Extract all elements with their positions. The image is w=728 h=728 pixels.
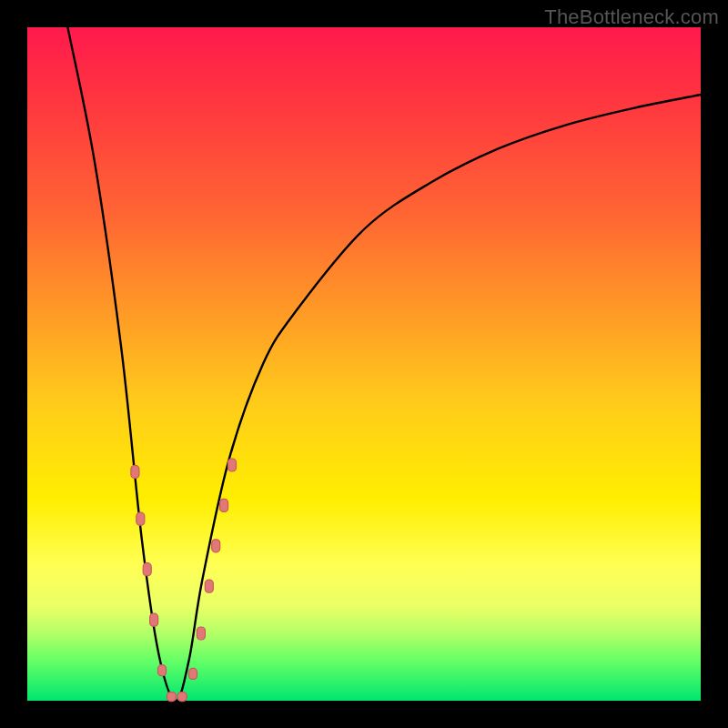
chart-frame: TheBottleneck.com	[0, 0, 728, 728]
chart-svg	[27, 27, 701, 701]
data-marker-1	[136, 512, 145, 525]
data-marker-3	[150, 613, 158, 626]
data-marker-0	[131, 465, 139, 478]
data-marker-12	[228, 459, 236, 471]
data-marker-11	[220, 499, 228, 511]
data-marker-4	[158, 665, 167, 676]
plot-area	[27, 27, 701, 701]
watermark-text: TheBottleneck.com	[544, 5, 719, 29]
data-marker-6	[177, 693, 187, 702]
bottleneck-curve	[67, 27, 701, 701]
data-marker-7	[189, 668, 197, 679]
data-marker-5	[167, 693, 176, 702]
data-marker-2	[143, 563, 151, 576]
data-marker-9	[205, 580, 213, 592]
data-marker-10	[212, 540, 220, 552]
data-marker-8	[197, 627, 205, 640]
